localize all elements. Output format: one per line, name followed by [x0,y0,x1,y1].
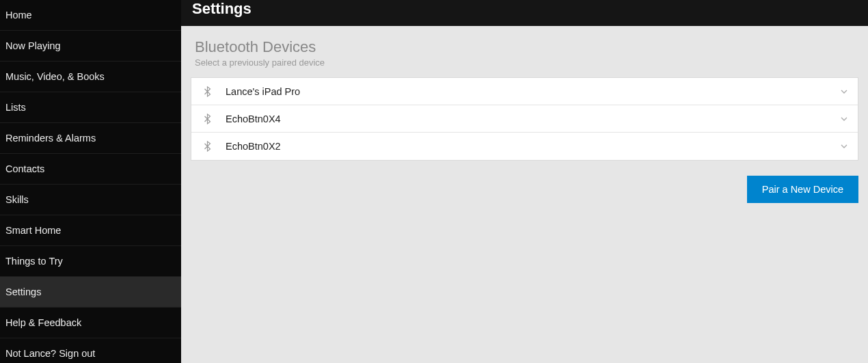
section-title: Bluetooth Devices [191,38,858,56]
sidebar-item-things-to-try[interactable]: Things to Try [0,246,181,277]
chevron-down-icon [840,88,848,96]
header: Settings [181,0,868,26]
pair-new-device-button[interactable]: Pair a New Device [747,176,858,203]
device-name: Lance's iPad Pro [226,86,840,97]
sidebar-item-music-video-books[interactable]: Music, Video, & Books [0,62,181,92]
bluetooth-icon [201,86,213,97]
device-row[interactable]: EchoBtn0X2 [191,133,858,160]
sidebar-item-label: Reminders & Alarms [5,133,96,144]
device-name: EchoBtn0X4 [226,113,840,124]
bluetooth-icon [201,141,213,152]
sidebar-item-skills[interactable]: Skills [0,185,181,215]
sidebar-item-label: Contacts [5,163,44,174]
action-row: Pair a New Device [191,176,858,203]
sidebar-item-settings[interactable]: Settings [0,277,181,308]
chevron-down-icon [840,142,848,150]
device-list: Lance's iPad Pro EchoBtn0X4 EchoBtn0X2 [191,77,858,161]
sidebar-item-label: Skills [5,194,29,205]
device-row[interactable]: Lance's iPad Pro [191,78,858,105]
sidebar-item-label: Not Lance? Sign out [5,348,95,359]
sidebar-item-reminders-alarms[interactable]: Reminders & Alarms [0,123,181,154]
section-subtitle: Select a previously paired device [191,57,858,68]
sidebar-item-label: Home [5,10,32,21]
sidebar-item-label: Help & Feedback [5,317,81,328]
sidebar-item-contacts[interactable]: Contacts [0,154,181,185]
sidebar-item-sign-out[interactable]: Not Lance? Sign out [0,338,181,363]
chevron-down-icon [840,115,848,123]
sidebar-item-now-playing[interactable]: Now Playing [0,31,181,62]
sidebar-item-lists[interactable]: Lists [0,92,181,123]
sidebar-item-label: Things to Try [5,256,63,267]
sidebar-item-help-feedback[interactable]: Help & Feedback [0,308,181,338]
sidebar-item-label: Smart Home [5,225,61,236]
sidebar-item-label: Music, Video, & Books [5,71,105,82]
device-name: EchoBtn0X2 [226,141,840,152]
page-title: Settings [192,0,252,18]
content: Bluetooth Devices Select a previously pa… [181,26,868,363]
device-row[interactable]: EchoBtn0X4 [191,105,858,133]
sidebar-item-label: Lists [5,102,26,113]
sidebar: Home Now Playing Music, Video, & Books L… [0,0,181,363]
bluetooth-icon [201,113,213,124]
sidebar-item-smart-home[interactable]: Smart Home [0,215,181,246]
main: Settings Bluetooth Devices Select a prev… [181,0,868,363]
sidebar-item-label: Settings [5,286,41,297]
sidebar-item-home[interactable]: Home [0,0,181,31]
sidebar-item-label: Now Playing [5,40,61,51]
